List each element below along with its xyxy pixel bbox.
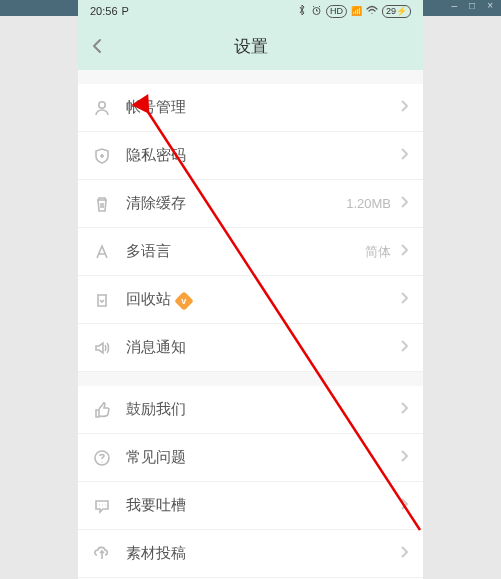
trash-icon xyxy=(92,194,112,214)
row-cache[interactable]: 清除缓存 1.20MB xyxy=(78,180,423,228)
group-gap xyxy=(78,70,423,84)
row-label: 多语言 xyxy=(126,242,365,261)
font-icon xyxy=(92,242,112,262)
row-label: 消息通知 xyxy=(126,338,399,357)
user-icon xyxy=(92,98,112,118)
row-label: 我要吐槽 xyxy=(126,496,399,515)
status-net: P xyxy=(122,5,129,17)
row-label: 素材投稿 xyxy=(126,544,399,563)
row-contribute[interactable]: 素材投稿 xyxy=(78,530,423,578)
row-feedback[interactable]: 我要吐槽 xyxy=(78,482,423,530)
chevron-right-icon xyxy=(399,147,409,165)
row-value: 1.20MB xyxy=(346,196,391,211)
group-gap xyxy=(78,372,423,386)
row-recycle[interactable]: 回收站v xyxy=(78,276,423,324)
status-bar: 20:56 P HD 📶 29⚡ xyxy=(78,0,423,22)
row-label: 回收站v xyxy=(126,290,399,309)
chevron-right-icon xyxy=(399,291,409,309)
upload-icon xyxy=(92,544,112,564)
comment-icon xyxy=(92,496,112,516)
header: 设置 xyxy=(78,22,423,70)
svg-point-1 xyxy=(99,101,105,107)
page-title: 设置 xyxy=(78,35,423,58)
back-button[interactable] xyxy=(88,22,106,70)
row-label: 鼓励我们 xyxy=(126,400,399,419)
row-faq[interactable]: 常见问题 xyxy=(78,434,423,482)
row-label: 帐号管理 xyxy=(126,98,399,117)
signal-icon: 📶 xyxy=(351,6,362,16)
shield-icon xyxy=(92,146,112,166)
stage: – □ × 20:56 P HD 📶 29 xyxy=(0,0,501,579)
row-label: 隐私密码 xyxy=(126,146,399,165)
vip-badge: v xyxy=(174,291,194,311)
thumb-icon xyxy=(92,400,112,420)
row-account[interactable]: 帐号管理 xyxy=(78,84,423,132)
recycle-icon xyxy=(92,290,112,310)
settings-list: 帐号管理 隐私密码 清除缓存 1.20MB 多语言 简体 xyxy=(78,70,423,579)
chevron-right-icon xyxy=(399,497,409,515)
battery-icon: 29⚡ xyxy=(382,5,411,18)
chevron-right-icon xyxy=(399,545,409,563)
chevron-right-icon xyxy=(399,401,409,419)
row-privacy[interactable]: 隐私密码 xyxy=(78,132,423,180)
bluetooth-icon xyxy=(297,4,307,18)
window-maximize[interactable]: □ xyxy=(469,0,475,11)
phone-frame: 20:56 P HD 📶 29⚡ 设置 xyxy=(78,0,423,579)
chevron-right-icon xyxy=(399,449,409,467)
chevron-right-icon xyxy=(399,195,409,213)
window-close[interactable]: × xyxy=(487,0,493,11)
alarm-icon xyxy=(311,5,322,18)
wifi-icon xyxy=(366,5,378,17)
chevron-right-icon xyxy=(399,243,409,261)
status-time: 20:56 xyxy=(90,5,118,17)
row-value: 简体 xyxy=(365,243,391,261)
window-minimize[interactable]: – xyxy=(452,0,458,11)
chevron-right-icon xyxy=(399,99,409,117)
chevron-right-icon xyxy=(399,339,409,357)
help-icon xyxy=(92,448,112,468)
row-label: 清除缓存 xyxy=(126,194,346,213)
row-label: 常见问题 xyxy=(126,448,399,467)
sound-icon xyxy=(92,338,112,358)
row-language[interactable]: 多语言 简体 xyxy=(78,228,423,276)
row-rate[interactable]: 鼓励我们 xyxy=(78,386,423,434)
hd-badge: HD xyxy=(326,5,347,18)
row-notification[interactable]: 消息通知 xyxy=(78,324,423,372)
